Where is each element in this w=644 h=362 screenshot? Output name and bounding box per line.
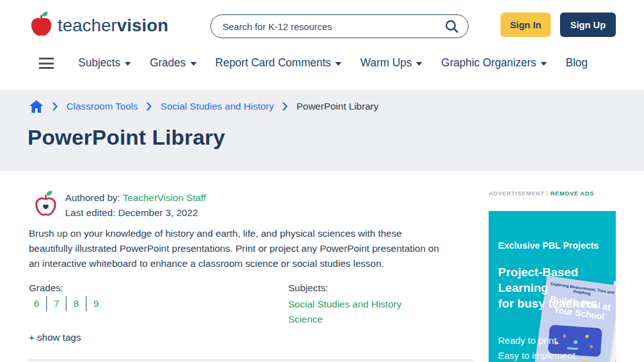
subject-link-science[interactable]: Science <box>288 312 402 327</box>
chevron-right-icon <box>52 101 58 111</box>
home-icon[interactable] <box>29 100 44 113</box>
chevron-down-icon <box>416 62 422 66</box>
grade-link-6[interactable]: 6 <box>30 296 46 311</box>
subject-link-social-studies[interactable]: Social Studies and History <box>288 297 402 312</box>
nav-item-warm-ups[interactable]: Warm Ups <box>360 56 422 70</box>
subjects-label: Subjects: <box>288 282 328 294</box>
nav-item-report-card-comments[interactable]: Report Card Comments <box>216 56 342 70</box>
article-description: Brush up on your knowledge of history an… <box>29 226 447 271</box>
authored-by-label: Authored by: <box>65 192 123 203</box>
sign-in-button[interactable]: Sign In <box>501 13 551 37</box>
breadcrumb-link-social-studies[interactable]: Social Studies and History <box>160 101 274 112</box>
content-divider <box>28 359 474 361</box>
search-bar[interactable] <box>210 14 469 38</box>
grade-link-8[interactable]: 8 <box>66 296 86 311</box>
nav-item-grades[interactable]: Grades <box>150 56 196 70</box>
author-block: Authored by: TeacherVision Staff Last ed… <box>65 190 206 220</box>
nav-item-graphic-organizers[interactable]: Graphic Organizers <box>441 56 547 70</box>
advertisement-label: ADVERTISEMENT <box>489 190 544 197</box>
remove-ads-link[interactable]: REMOVE ADS <box>551 190 595 197</box>
breadcrumb-current: PowerPoint Library <box>296 101 378 112</box>
ad-eyebrow: Exclusive PBL Projects <box>498 240 599 251</box>
last-edited: Last edited: December 3, 2022 <box>65 205 206 220</box>
nav-item-blog[interactable]: Blog <box>566 56 588 70</box>
show-tags-link[interactable]: + show tags <box>29 332 81 343</box>
chevron-down-icon <box>335 62 341 66</box>
search-icon[interactable] <box>444 19 459 34</box>
chevron-down-icon <box>190 62 197 66</box>
author-apple-icon <box>34 190 58 221</box>
hamburger-menu-icon[interactable] <box>39 58 54 69</box>
grade-link-9[interactable]: 9 <box>86 296 106 311</box>
ad-label-row: ADVERTISEMENT | REMOVE ADS <box>489 190 594 197</box>
grade-link-7[interactable]: 7 <box>46 296 66 311</box>
subjects-list: Social Studies and History Science <box>288 297 402 327</box>
apple-logo-icon <box>30 11 53 40</box>
teachervision-logo[interactable]: teachervision <box>30 11 169 40</box>
chevron-down-icon <box>125 62 131 66</box>
advertisement-banner[interactable]: Exploring Measurement, Time and Graphing… <box>489 211 616 362</box>
chevron-down-icon <box>541 62 547 66</box>
chevron-right-icon <box>146 101 152 111</box>
nav-item-subjects[interactable]: Subjects <box>78 56 131 70</box>
main-nav: Subjects Grades Report Card Comments War… <box>78 56 588 70</box>
page-title: PowerPoint Library <box>28 125 225 150</box>
author-link[interactable]: TeacherVision Staff <box>123 192 206 203</box>
grades-label: Grades: <box>29 282 63 294</box>
logo-wordmark: teachervision <box>58 16 169 36</box>
ad-body-line-2: Easy to implement. <box>498 350 578 361</box>
search-input[interactable] <box>222 21 444 32</box>
breadcrumb: Classroom Tools Social Studies and Histo… <box>29 100 378 113</box>
ad-headline: Project-Based Learning for busy teachers <box>498 264 597 311</box>
sign-up-button[interactable]: Sign Up <box>560 13 616 37</box>
breadcrumb-link-classroom-tools[interactable]: Classroom Tools <box>66 101 138 112</box>
chevron-right-icon <box>282 101 288 111</box>
grades-list: 6 7 8 9 <box>30 296 106 311</box>
ad-body-line-1: Ready to print. <box>498 335 559 346</box>
